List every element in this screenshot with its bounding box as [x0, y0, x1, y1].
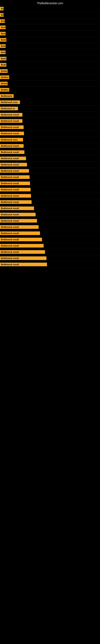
bottleneck-label: Bottleneck result [0, 182, 30, 185]
bottleneck-label: Bottleneck [0, 94, 14, 98]
list-item: Bottleneck result [0, 118, 100, 124]
bottleneck-label: Bottleneck result [0, 163, 27, 166]
list-item: Bottleneck result [0, 262, 100, 268]
list-item: Bottl [0, 62, 100, 68]
bottleneck-label: Bottleneck result [0, 263, 47, 266]
list-item: Bott [0, 30, 100, 37]
list-item: Bottleneck resu [0, 137, 100, 143]
bottleneck-label: Bottleneck result [0, 244, 44, 248]
bottleneck-label: Bottleneck result [0, 150, 24, 154]
list-item: Bottleneck [0, 93, 100, 99]
bottleneck-label: Bottle [0, 69, 8, 73]
list-item: Bottleneck result [0, 174, 100, 180]
list-item: Bottleneck result [0, 186, 100, 193]
bottleneck-label: Bo [0, 7, 3, 10]
list-item: Bottleneck result [0, 149, 100, 155]
bottleneck-label: Bottleneck result [0, 200, 32, 204]
bottleneck-label: Bottleneck result [0, 194, 31, 198]
list-item: Bottl [0, 56, 100, 62]
list-item: Bottleneck result [0, 162, 100, 168]
list-item: Bottleneck result [0, 224, 100, 230]
list-item: Bottleneck result [0, 130, 100, 137]
bottleneck-label: Bottleneck result [0, 119, 22, 123]
bottleneck-label: Bottleneck result [0, 126, 24, 129]
list-item: Bottleneck re [0, 106, 100, 112]
list-item: Bottleneck result [0, 205, 100, 212]
bottleneck-label: Bott [0, 26, 6, 29]
bottleneck-label: Bottlen [0, 76, 9, 79]
list-item: Bottleneck result [0, 180, 100, 186]
list-item: Bottleneck result [0, 230, 100, 236]
list-item: Bo [0, 6, 100, 12]
bottleneck-label: Bottleneck resu [0, 100, 20, 104]
bottleneck-label: Bottleneck result [0, 232, 40, 235]
bottleneck-label: Bo [0, 13, 3, 17]
bottleneck-label: Bottl [0, 63, 6, 66]
bottleneck-label: Bottleneck result [0, 188, 31, 192]
bottleneck-label: Bottl [0, 38, 6, 42]
items-list: BoBoBotBottBottBottlBottBottBottlBottlBo… [0, 6, 100, 268]
bottleneck-label: Bottleneck result [0, 132, 24, 135]
list-item: Bottleneck result [0, 212, 100, 218]
bottleneck-label: Bottleneck result [0, 169, 29, 173]
list-item: Bottle [0, 68, 100, 74]
bottleneck-label: Bottleneck re [0, 107, 18, 110]
bottleneck-label: Bott [0, 50, 6, 54]
list-item: Bottleneck result [0, 199, 100, 205]
list-item: Bottleneck result [0, 112, 100, 118]
list-item: Bott [0, 49, 100, 56]
list-item: Bottleneck result [0, 255, 100, 262]
list-item: Bottleneck result [0, 155, 100, 162]
list-item: Bo [0, 12, 100, 18]
bottleneck-label: Bottleneck result [0, 256, 47, 260]
list-item: Bottl [0, 37, 100, 43]
bottleneck-label: Bottleneck result [0, 250, 45, 254]
bottleneck-label: Bottleneck result [0, 175, 30, 179]
list-item: Bottleneck result [0, 193, 100, 199]
bottleneck-label: Bott [0, 32, 6, 36]
bottleneck-label: Bottleneck result [0, 144, 24, 148]
list-item: Bottleneck result [0, 249, 100, 255]
list-item: Bottleneck result [0, 243, 100, 249]
bottleneck-label: Bottle [0, 82, 8, 85]
list-item: Bottleneck result [0, 124, 100, 130]
list-item: Bottleneck result [0, 236, 100, 243]
bottleneck-label: Bottleneck result [0, 113, 22, 116]
bottleneck-label: Bottl [0, 57, 6, 60]
list-item: Bottlen [0, 74, 100, 80]
bottleneck-label: Bottlen [0, 88, 9, 92]
bottleneck-label: Bottleneck result [0, 156, 26, 160]
bottleneck-label: Bottleneck result [0, 225, 39, 229]
list-item: Bott [0, 24, 100, 30]
bottleneck-label: Bot [0, 19, 5, 23]
list-item: Bott [0, 43, 100, 49]
list-item: Bottleneck result [0, 143, 100, 149]
list-item: Bottlen [0, 87, 100, 93]
list-item: Bottleneck result [0, 168, 100, 174]
bottleneck-label: Bottleneck resu [0, 138, 23, 142]
bottleneck-label: Bottleneck result [0, 238, 42, 241]
list-item: Bottleneck result [0, 218, 100, 224]
bottleneck-label: Bottleneck result [0, 219, 37, 222]
site-title: TheBottlenecker.com [0, 0, 100, 6]
bottleneck-label: Bott [0, 44, 6, 48]
bottleneck-label: Bottleneck result [0, 213, 36, 216]
list-item: Bottle [0, 80, 100, 87]
header: TheBottlenecker.com [0, 0, 100, 6]
bottleneck-label: Bottleneck result [0, 206, 34, 210]
list-item: Bottleneck resu [0, 99, 100, 106]
list-item: Bot [0, 18, 100, 24]
